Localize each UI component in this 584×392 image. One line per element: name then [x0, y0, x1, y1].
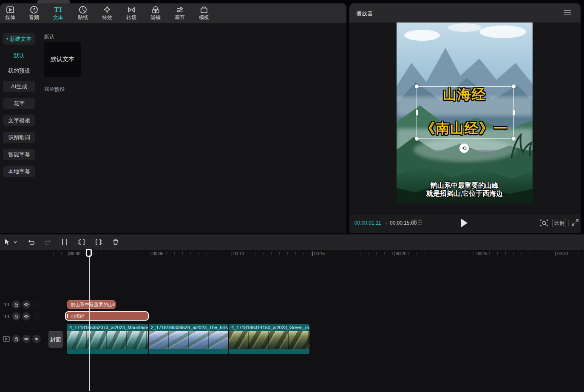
timeline: 00:00 00:05 00:10 00:15 00:20 00:25 00:3… [0, 234, 584, 392]
current-time: 00:00:01:11 [354, 220, 381, 226]
ratio-button[interactable]: 比例 [553, 219, 566, 227]
sidebar-item-my-presets[interactable]: 我的预设 [3, 65, 35, 76]
eye-icon[interactable] [22, 335, 31, 343]
effects-icon [95, 5, 119, 14]
sidebar-item-new-text[interactable]: ▾ 新建文本 [3, 33, 35, 45]
media-icon [0, 5, 22, 14]
tab-adjust[interactable]: 调节 [168, 5, 192, 22]
preview-quality-icon[interactable] [540, 219, 548, 227]
cover-button[interactable]: 封面 [48, 331, 63, 348]
video-clip-3[interactable]: 4_1718186314150_ai2023_Green_mou [229, 324, 309, 354]
lock-icon[interactable] [12, 300, 20, 309]
tab-sticker[interactable]: 贴纸 [71, 5, 95, 22]
handle-mid-right[interactable] [513, 110, 515, 116]
lock-icon[interactable] [12, 312, 20, 321]
rotate-icon[interactable]: ⟲ [459, 144, 469, 153]
delete-button[interactable] [110, 237, 121, 248]
tab-transition-label: 转场 [119, 14, 143, 20]
audio-icon [22, 5, 46, 14]
sidebar-item-ai-generate[interactable]: AI生成 [3, 81, 35, 92]
handle-top-right[interactable] [512, 85, 516, 88]
tab-template[interactable]: 模板 [192, 5, 216, 22]
fullscreen-icon[interactable] [571, 219, 579, 226]
select-tool-button[interactable] [2, 237, 13, 248]
tab-transition[interactable]: 转场 [119, 5, 143, 22]
text-library: 默认 默认文本 我的预设 [38, 24, 346, 233]
split-button[interactable] [59, 237, 70, 248]
ruler-label: 00:15 [312, 251, 325, 256]
subtitle-line2: 就是招摇山,它位于西海边 [397, 189, 533, 198]
delete-right-button[interactable] [93, 237, 104, 248]
text-selection-box[interactable] [417, 86, 514, 139]
default-text-card[interactable]: 默认文本 [44, 42, 81, 77]
sidebar-item-ai-generate-label: AI生成 [11, 83, 27, 90]
lock-icon[interactable] [12, 335, 20, 343]
playhead-handle[interactable] [86, 249, 92, 257]
sidebar-item-new-text-label: 新建文本 [10, 35, 32, 43]
player-menu-icon[interactable] [564, 10, 571, 15]
speaker-icon[interactable] [32, 335, 41, 343]
section-presets-label: 我的预设 [44, 86, 65, 93]
player-panel: 播放器 [349, 3, 581, 233]
sidebar-item-local-subtitles[interactable]: 本地字幕 [3, 166, 35, 177]
sidebar-item-smart-subtitles[interactable]: 智能字幕 [3, 149, 35, 160]
tab-text[interactable]: TI 文本 [46, 5, 70, 22]
delete-left-button[interactable] [76, 237, 87, 248]
tab-media-label: 媒体 [0, 14, 22, 20]
video-clip-3-name: 4_1718186314150_ai2023_Green_mou [229, 324, 309, 331]
timeline-ruler[interactable]: 00:00 00:05 00:10 00:15 00:20 00:25 00:3… [46, 250, 584, 260]
tab-effects-label: 特效 [95, 14, 119, 20]
ruler-label: 00:05 [151, 251, 163, 256]
sidebar-item-text-templates[interactable]: 文字模板 [3, 115, 35, 126]
handle-mid-left[interactable] [416, 110, 418, 116]
video-clip-1[interactable]: 4_1718185352073_ai2023_Mountains_ [67, 324, 148, 354]
text-clip-subtitle-label: 鹊山系中最重要的山峰 [71, 302, 116, 307]
time-separator: / [386, 220, 387, 226]
redo-button[interactable] [43, 237, 54, 248]
sidebar-item-fancy-text-label: 花字 [14, 100, 25, 107]
sidebar-item-fancy-text[interactable]: 花字 [3, 98, 35, 109]
sidebar-item-recognize-lyrics[interactable]: 识别歌词 [3, 132, 35, 143]
timeline-toolbar [0, 234, 584, 250]
ruler-label: 00:25 [475, 251, 487, 256]
select-tool-dropdown-icon[interactable] [12, 237, 19, 248]
video-track-icon [3, 336, 10, 342]
transition-icon [119, 5, 143, 14]
tab-audio-label: 音频 [22, 14, 46, 20]
mute-icon[interactable] [32, 312, 41, 321]
handle-bottom-left[interactable] [415, 137, 419, 141]
mute-icon[interactable] [32, 300, 41, 309]
sidebar-item-recognize-lyrics-label: 识别歌词 [8, 134, 30, 141]
sidebar-item-default[interactable]: 默认 [3, 50, 35, 61]
section-default-label: 默认 [44, 33, 54, 40]
play-button[interactable] [461, 219, 468, 227]
text-clip-title[interactable]: 山海经 [65, 311, 149, 321]
subtitle-line1: 鹊山系中最重要的山峰 [397, 181, 533, 190]
tab-media[interactable]: 媒体 [0, 5, 22, 22]
sticker-icon [71, 5, 95, 14]
tab-effects[interactable]: 特效 [95, 5, 119, 22]
video-preview[interactable]: 山海经 《南山经》一 ⟲ 鹊山系中最重要的山峰 就是招摇山,它位于西海边 [397, 23, 533, 203]
tab-audio[interactable]: 音频 [22, 5, 46, 22]
tab-sticker-label: 贴纸 [71, 14, 95, 20]
handle-bottom-right[interactable] [512, 137, 516, 141]
eye-icon[interactable] [22, 312, 31, 321]
video-clip-2-thumbnails [149, 331, 228, 349]
text-clip-subtitle[interactable]: 鹊山系中最重要的山峰 [67, 300, 116, 309]
player-controls: 00:00:01:11 / 00:00:15:00 比例 [349, 213, 581, 233]
sidebar-item-default-label: 默认 [14, 52, 25, 59]
adjust-icon [168, 5, 192, 14]
tab-text-label: 文本 [46, 14, 70, 20]
playhead-line[interactable] [89, 255, 90, 391]
eye-icon[interactable] [22, 300, 31, 309]
tab-adjust-label: 调节 [168, 14, 192, 20]
player-header: 播放器 [349, 3, 581, 23]
ruler-label: 00:00 [68, 251, 80, 256]
video-clip-1-thumbnails [67, 331, 148, 349]
tab-filter[interactable]: 滤镜 [144, 5, 167, 22]
video-clip-3-footer [229, 349, 309, 354]
video-clip-2[interactable]: 2_1718186338528_ai2023_The_hillside [149, 324, 228, 354]
undo-button[interactable] [26, 237, 37, 248]
handle-top-left[interactable] [415, 85, 419, 88]
frame-view-icon[interactable] [412, 220, 422, 226]
